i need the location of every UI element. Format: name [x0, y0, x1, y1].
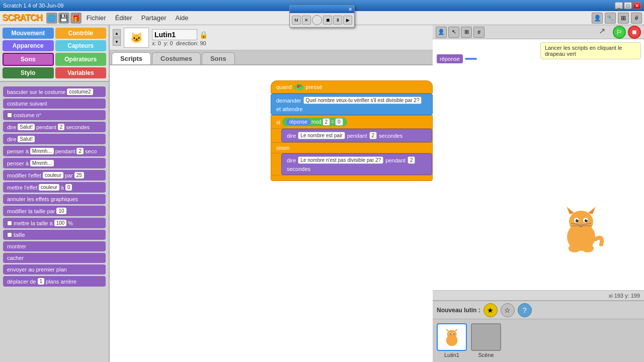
svg-marker-22: [454, 328, 457, 331]
minimize-button[interactable]: _: [615, 2, 623, 9]
menu-partager[interactable]: Partager: [137, 13, 171, 23]
block-penser-pendant[interactable]: penser à Mmmh... pendant 2 seco: [3, 146, 106, 156]
block-basculer-costume[interactable]: basculer sur le costume costume2: [3, 86, 106, 97]
maximize-button[interactable]: □: [624, 2, 632, 9]
category-mouvement[interactable]: Mouvement: [3, 28, 54, 39]
present-icon[interactable]: 🎁: [70, 13, 82, 24]
category-variables[interactable]: Variables: [55, 67, 107, 78]
block-else: sinon: [271, 142, 433, 153]
block-dire[interactable]: dire Salut!: [3, 134, 106, 144]
scratch-logo: SCRATCH: [2, 13, 42, 23]
block-costume-suivant[interactable]: costume suivant: [3, 99, 106, 109]
svg-point-20: [447, 330, 456, 339]
main-script: quand 🚩 pressé demander Quel nombre veux…: [271, 80, 433, 181]
sprite-lock-icon: 🔒: [199, 31, 208, 39]
svg-point-10: [577, 219, 578, 220]
category-capteurs[interactable]: Capteurs: [55, 40, 107, 51]
category-controle[interactable]: Contrôle: [55, 28, 107, 39]
fullscreen-icon[interactable]: ⊞: [618, 13, 629, 24]
block-penser[interactable]: penser à Mmmh...: [3, 158, 106, 168]
sprite-tool-star2[interactable]: ☆: [501, 303, 515, 317]
sprite-tool-star[interactable]: ★: [484, 303, 498, 317]
stage-tooltip: Lancer les scripts en cliquant le drapea…: [540, 42, 641, 59]
stage-coords: xi 193 y: 199: [609, 293, 640, 299]
block-say-pair[interactable]: dire Le nombre est pair pendant 2 second…: [281, 129, 432, 142]
media-pause-button[interactable]: ⏸: [333, 16, 342, 25]
block-annuler-effets[interactable]: annuler les effets graphiques: [3, 194, 106, 204]
block-premier-plan[interactable]: envoyer au premier plan: [3, 264, 106, 275]
tools-icon[interactable]: 🔧: [605, 13, 616, 24]
block-ask[interactable]: demander Quel nombre veux-tu vérifier s'…: [271, 94, 433, 115]
block-when-flag[interactable]: quand 🚩 pressé: [271, 80, 433, 94]
response-label: réponse: [437, 54, 463, 63]
media-stop-button[interactable]: ⏹: [323, 16, 332, 25]
stage-area[interactable]: Lancer les scripts en cliquant le drapea…: [433, 39, 644, 290]
stage-tool-arrow[interactable]: ↖: [448, 27, 459, 38]
sprite-label-lutin1: Lutin1: [444, 352, 459, 358]
svg-point-25: [450, 333, 451, 334]
grid-icon[interactable]: #: [631, 13, 642, 24]
media-play-button[interactable]: ▶: [343, 16, 352, 25]
response-value: [465, 58, 477, 60]
menu-aide[interactable]: Aide: [172, 13, 193, 23]
stage-tool-person[interactable]: 👤: [436, 27, 447, 38]
svg-point-1: [569, 211, 593, 233]
sprite-name-input[interactable]: [152, 29, 197, 40]
media-m-button[interactable]: M: [292, 16, 301, 25]
media-x-button[interactable]: ✕: [302, 16, 311, 25]
svg-point-27: [451, 335, 452, 336]
svg-point-8: [576, 219, 579, 222]
block-say-not-divisible[interactable]: dire Le nombre n'est pas divisible par 2…: [281, 153, 432, 175]
cursor-area: ↗: [599, 26, 611, 38]
block-modifier-effet[interactable]: modifier l'effet couleur par 25: [3, 170, 106, 180]
scripts-canvas[interactable]: quand 🚩 pressé demander Quel nombre veux…: [110, 65, 433, 362]
block-dire-pendant[interactable]: dire Salut! pendant 2 secondes: [3, 122, 106, 132]
block-if[interactable]: si réponse mod 2 = 0: [271, 115, 433, 129]
user-icon[interactable]: 👤: [592, 13, 603, 24]
sprite-tool-question[interactable]: ?: [518, 303, 532, 317]
menu-fichier[interactable]: Fichier: [83, 13, 110, 23]
sprite-nav-up[interactable]: ▲: [113, 29, 121, 37]
block-mettre-effet[interactable]: mettre l'effet couleur à 0: [3, 182, 106, 193]
sprite-thumbnail: 🐱: [124, 28, 149, 48]
block-modifier-taille[interactable]: modifier la taille par 10: [3, 206, 106, 216]
globe-icon[interactable]: 🌐: [46, 13, 57, 24]
sprite-item-scene[interactable]: Scène: [471, 323, 501, 358]
cat-sprite: [558, 204, 604, 260]
sprite-thumb-lutin1[interactable]: [437, 323, 467, 351]
tab-scripts[interactable]: Scripts: [112, 52, 151, 64]
block-cacher[interactable]: cacher: [3, 253, 106, 263]
green-flag-button[interactable]: 🏳: [613, 26, 626, 39]
block-costume-n[interactable]: costume n°: [3, 110, 106, 120]
block-taille[interactable]: taille: [3, 230, 106, 240]
tab-sons[interactable]: Sons: [202, 52, 235, 64]
category-apparence[interactable]: Apparence: [3, 40, 54, 51]
svg-point-9: [585, 219, 588, 222]
block-mettre-taille[interactable]: mettre la taille à 100 %: [3, 218, 106, 228]
sprite-thumb-scene[interactable]: [471, 323, 501, 351]
close-button[interactable]: ✕: [633, 2, 641, 9]
menu-editer[interactable]: Éditer: [111, 13, 136, 23]
category-operateurs[interactable]: Opérateurs: [55, 53, 107, 66]
stop-button[interactable]: ⏹: [628, 26, 641, 39]
window-title: Scratch 1.4 of 30-Jun-09: [3, 3, 63, 9]
category-sons[interactable]: Sons: [3, 53, 54, 66]
block-deplacer-plans[interactable]: déplacer de 1 plans arrière: [3, 276, 106, 287]
sprite-coords: x: 0 y: 0 direction: 90: [152, 40, 430, 46]
svg-point-26: [453, 333, 454, 334]
sprite-nav-down[interactable]: ▼: [113, 38, 121, 46]
svg-marker-21: [446, 328, 449, 331]
media-record-button[interactable]: [312, 15, 322, 25]
svg-point-18: [582, 244, 594, 252]
stage-tool-grid[interactable]: #: [473, 27, 485, 38]
stage-tool-expand[interactable]: ⊞: [461, 27, 472, 38]
block-montrer[interactable]: montrer: [3, 241, 106, 251]
svg-point-12: [580, 224, 583, 226]
disk-icon[interactable]: 💾: [58, 13, 69, 24]
sprite-item-lutin1[interactable]: Lutin1: [437, 323, 467, 358]
media-player-window: ✕ M ✕ ⏹ ⏸ ▶: [289, 5, 355, 28]
media-player-close-button[interactable]: ✕: [348, 7, 352, 12]
category-stylo[interactable]: Stylo: [3, 67, 54, 78]
new-sprite-label: Nouveau lutin :: [437, 307, 480, 314]
tab-costumes[interactable]: Costumes: [152, 52, 201, 64]
